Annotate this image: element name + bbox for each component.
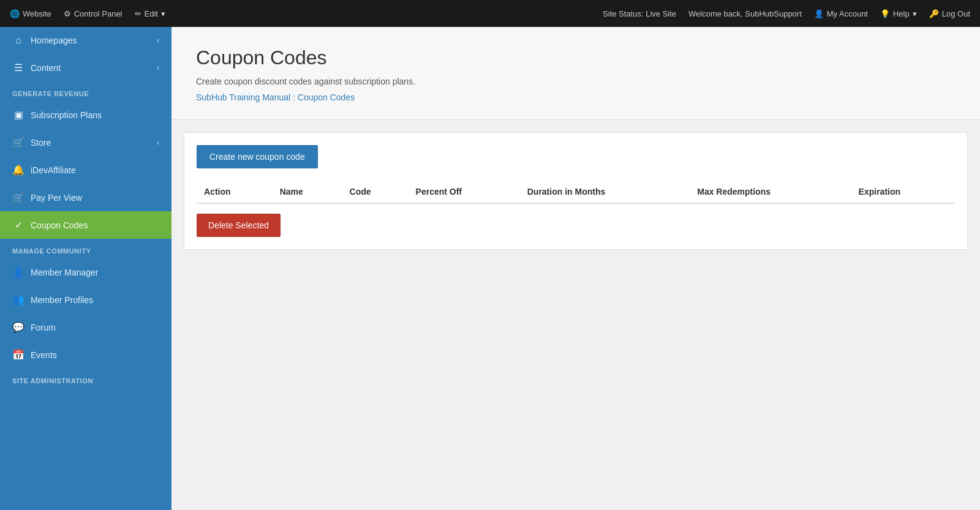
control-panel-icon: ⚙: [64, 9, 71, 18]
coupon-table: Action Name Code Percent Off Duration in…: [197, 181, 955, 204]
store-chevron-icon: ‹: [157, 138, 159, 147]
edit-link[interactable]: ✏ Edit ▾: [135, 9, 165, 18]
sidebar-store-label: Store: [31, 138, 51, 148]
help-chevron-icon: ▾: [913, 9, 917, 18]
sidebar-item-store[interactable]: 🛒 Store ‹: [0, 129, 172, 156]
store-icon: 🛒: [12, 137, 24, 148]
bell-icon: 🔔: [12, 164, 24, 176]
sidebar-subscription-label: Subscription Plans: [31, 110, 102, 120]
account-icon: 👤: [814, 9, 824, 18]
coupon-codes-card: Create new coupon code Action Name Code …: [184, 132, 968, 250]
sidebar-item-forum[interactable]: 💬 Forum: [0, 313, 172, 341]
site-status: Site Status: Live Site: [603, 9, 676, 18]
page-title: Coupon Codes: [196, 47, 956, 69]
delete-selected-button[interactable]: Delete Selected: [197, 214, 281, 237]
chevron-down-icon: ▾: [161, 9, 165, 18]
col-max-redemptions: Max Redemptions: [690, 181, 851, 203]
website-label: Website: [23, 9, 51, 18]
help-label: Help: [893, 9, 910, 18]
edit-label: Edit: [145, 9, 158, 18]
sidebar-item-subscription-plans[interactable]: ▣ Subscription Plans: [0, 101, 172, 129]
sidebar-item-pay-per-view[interactable]: 🛒 Pay Per View: [0, 184, 172, 211]
col-action: Action: [197, 181, 273, 203]
sidebar: ⌂ Homepages ‹ ☰ Content ‹ GENERATE REVEN…: [0, 27, 172, 510]
col-code: Code: [342, 181, 409, 203]
sidebar-idev-label: iDevAffiliate: [31, 165, 76, 175]
content-icon: ☰: [12, 62, 24, 73]
help-icon: 💡: [880, 9, 890, 18]
sidebar-member-manager-label: Member Manager: [31, 268, 99, 277]
subscription-icon: ▣: [12, 109, 24, 121]
topnav-left: 🌐 Website ⚙ Control Panel ✏ Edit ▾: [10, 9, 165, 18]
col-expiration: Expiration: [851, 181, 955, 203]
my-account-link[interactable]: 👤 My Account: [814, 9, 868, 18]
sidebar-item-member-profiles[interactable]: 👥 Member Profiles: [0, 286, 172, 313]
check-circle-icon: ✓: [12, 219, 24, 231]
layout: ⌂ Homepages ‹ ☰ Content ‹ GENERATE REVEN…: [0, 27, 980, 510]
people-icon: 👥: [12, 294, 24, 306]
chevron-icon: ‹: [157, 36, 159, 45]
table-header-row: Action Name Code Percent Off Duration in…: [197, 181, 955, 203]
sidebar-forum-label: Forum: [31, 323, 55, 332]
sidebar-item-idevaffiliate[interactable]: 🔔 iDevAffiliate: [0, 156, 172, 184]
sidebar-homepages-label: Homepages: [31, 36, 77, 45]
sidebar-events-label: Events: [31, 350, 57, 360]
manage-community-label: MANAGE COMMUNITY: [0, 239, 172, 258]
col-percent-off: Percent Off: [409, 181, 520, 203]
topnav: 🌐 Website ⚙ Control Panel ✏ Edit ▾ Site …: [0, 0, 980, 27]
create-coupon-button[interactable]: Create new coupon code: [197, 145, 318, 168]
chevron-icon-content: ‹: [157, 64, 159, 72]
sidebar-item-member-manager[interactable]: 👤 Member Manager: [0, 258, 172, 286]
generate-revenue-label: GENERATE REVENUE: [0, 81, 172, 101]
home-icon: ⌂: [12, 35, 24, 46]
cart-icon: 🛒: [12, 192, 24, 203]
sidebar-content-label: Content: [31, 63, 61, 73]
sidebar-ppv-label: Pay Per View: [31, 193, 82, 203]
page-header: Coupon Codes Create coupon discount code…: [172, 27, 980, 120]
globe-icon: 🌐: [10, 9, 20, 18]
edit-icon: ✏: [135, 9, 141, 18]
table-header: Action Name Code Percent Off Duration in…: [197, 181, 955, 203]
page-description: Create coupon discount codes against sub…: [196, 77, 956, 86]
main-content: Coupon Codes Create coupon discount code…: [172, 27, 980, 510]
logout-icon: 🔑: [929, 9, 939, 18]
sidebar-member-profiles-label: Member Profiles: [31, 295, 93, 305]
topnav-right: Site Status: Live Site Welcome back, Sub…: [603, 9, 970, 18]
welcome-text: Welcome back, SubHubSupport: [688, 9, 802, 18]
site-admin-label: SITE ADMINISTRATION: [0, 369, 172, 388]
sidebar-item-coupon-codes[interactable]: ✓ Coupon Codes: [0, 211, 172, 239]
training-manual-link[interactable]: SubHub Training Manual : Coupon Codes: [196, 92, 355, 102]
col-name: Name: [273, 181, 342, 203]
person-icon: 👤: [12, 266, 24, 278]
sidebar-coupon-label: Coupon Codes: [31, 220, 88, 230]
logout-link[interactable]: 🔑 Log Out: [929, 9, 970, 18]
website-link[interactable]: 🌐 Website: [10, 9, 51, 18]
calendar-icon: 📅: [12, 349, 24, 361]
help-link[interactable]: 💡 Help ▾: [880, 9, 917, 18]
logout-label: Log Out: [942, 9, 970, 18]
sidebar-item-content[interactable]: ☰ Content ‹: [0, 54, 172, 81]
chat-icon: 💬: [12, 321, 24, 333]
my-account-label: My Account: [827, 9, 868, 18]
control-panel-label: Control Panel: [74, 9, 123, 18]
control-panel-link[interactable]: ⚙ Control Panel: [64, 9, 123, 18]
sidebar-item-events[interactable]: 📅 Events: [0, 341, 172, 369]
sidebar-item-homepages[interactable]: ⌂ Homepages ‹: [0, 27, 172, 54]
col-duration: Duration in Months: [520, 181, 690, 203]
